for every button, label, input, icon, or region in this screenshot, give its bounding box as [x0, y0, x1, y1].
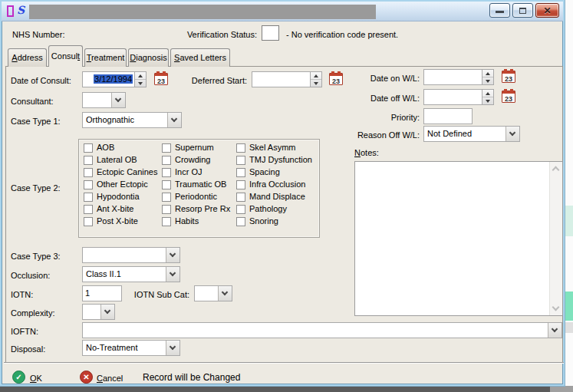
spinner-up-icon[interactable] [482, 70, 493, 77]
complexity-dropdown[interactable] [82, 304, 115, 320]
ioftn-dropdown[interactable] [82, 322, 562, 338]
reason-off-wl-dropdown[interactable]: Not Defined [423, 126, 520, 142]
screen: S ✕ NHS Number: Verification Status: - N… [0, 0, 573, 392]
dropdown-button[interactable] [505, 127, 519, 141]
close-button[interactable]: ✕ [535, 3, 559, 18]
checkbox-box[interactable] [84, 143, 93, 153]
checkbox-box[interactable] [84, 156, 93, 165]
dropdown-button[interactable] [166, 267, 179, 282]
scroll-up-icon[interactable] [552, 166, 560, 174]
checkbox-snoring[interactable]: Snoring [236, 216, 278, 226]
checkbox-box[interactable] [236, 156, 245, 165]
checkbox-box[interactable] [162, 143, 171, 153]
scroll-down-icon[interactable] [552, 304, 560, 311]
dropdown-button[interactable] [100, 305, 114, 319]
dropdown-button[interactable] [548, 323, 561, 338]
cancel-button[interactable]: ✕ [80, 371, 93, 384]
checkbox-ant-x-bite[interactable]: Ant X-bite [84, 204, 133, 214]
date-off-wl-calendar-icon[interactable]: 23 [502, 91, 515, 103]
checkbox-box[interactable] [84, 168, 93, 177]
case-type-3-dropdown[interactable] [82, 247, 180, 263]
checkbox-resorp-pre-rx[interactable]: Resorp Pre Rx [162, 204, 230, 214]
notes-scrollbar[interactable] [549, 162, 562, 315]
chevron-down-icon [222, 289, 228, 295]
tab-treatment[interactable]: Treatment [84, 48, 127, 67]
checkbox-box[interactable] [84, 205, 93, 214]
date-off-wl-spinner [482, 90, 493, 104]
maximize-button[interactable] [512, 3, 533, 18]
checkbox-box[interactable] [236, 180, 245, 189]
checkbox-hypodontia[interactable]: Hypodontia [84, 192, 140, 202]
date-of-consult-input[interactable]: 3/12/1994 [82, 71, 147, 87]
ok-button[interactable]: ✓ [12, 371, 25, 384]
dropdown-button[interactable] [111, 93, 125, 107]
occlusion-label: Occlusion: [11, 271, 50, 280]
checkbox-spacing[interactable]: Spacing [236, 167, 280, 177]
checkbox-box[interactable] [162, 193, 171, 202]
iotn-input[interactable]: 1 [82, 285, 122, 301]
checkbox-periodontic[interactable]: Periodontic [162, 192, 217, 202]
checkbox-infra-occlusion[interactable]: Infra Occlusion [236, 180, 305, 189]
checkbox-box[interactable] [84, 180, 93, 189]
checkbox-pathology[interactable]: Pathology [236, 204, 287, 214]
checkbox-aob[interactable]: AOB [84, 143, 114, 153]
ok-button-label[interactable]: OK [30, 374, 42, 383]
checkbox-ectopic-canines[interactable]: Ectopic Canines [84, 167, 158, 177]
minimize-button[interactable] [489, 3, 510, 18]
checkbox-box[interactable] [84, 193, 93, 202]
verification-status-input[interactable] [262, 25, 279, 41]
checkbox-box[interactable] [162, 205, 171, 214]
disposal-dropdown[interactable]: No-Treatment [82, 340, 180, 356]
checkbox-box[interactable] [162, 180, 171, 189]
checkbox-box[interactable] [236, 143, 245, 153]
tab-consult[interactable]: Consult [48, 45, 83, 67]
checkbox-box[interactable] [84, 217, 93, 226]
checkbox-supernum[interactable]: Supernum [162, 143, 214, 153]
tab-address[interactable]: Address [8, 48, 47, 67]
date-off-wl-input[interactable] [423, 89, 494, 105]
checkbox-post-x-bite[interactable]: Post X-bite [84, 216, 138, 226]
dropdown-button[interactable] [167, 113, 181, 127]
chevron-down-icon [170, 344, 176, 350]
tab-diagnosis[interactable]: Diagnosis [128, 48, 169, 67]
spinner-up-icon[interactable] [482, 90, 493, 97]
case-type-1-dropdown[interactable]: Orthognathic [82, 112, 182, 128]
checkbox-box[interactable] [162, 217, 171, 226]
dropdown-button[interactable] [166, 341, 179, 355]
checkbox-box[interactable] [236, 168, 245, 177]
checkbox-box[interactable] [162, 156, 171, 165]
notes-textarea[interactable] [354, 161, 563, 316]
consultant-dropdown[interactable] [82, 92, 126, 108]
checkbox-box[interactable] [236, 217, 245, 226]
checkbox-skel-asymm[interactable]: Skel Asymm [236, 143, 296, 153]
checkbox-mand-displace[interactable]: Mand Displace [236, 192, 305, 202]
chevron-down-icon [170, 251, 176, 257]
checkbox-box[interactable] [162, 168, 171, 177]
spinner-down-icon[interactable] [135, 79, 146, 87]
occlusion-dropdown[interactable]: Class II.1 [82, 266, 180, 282]
title-bar[interactable]: S ✕ [2, 2, 563, 21]
iotn-sub-cat-dropdown[interactable] [194, 285, 232, 301]
cancel-button-label[interactable]: Cancel [97, 374, 123, 383]
date-of-consult-calendar-icon[interactable]: 23 [154, 73, 168, 85]
checkbox-crowding[interactable]: Crowding [162, 155, 210, 165]
checkbox-box[interactable] [236, 205, 245, 214]
checkbox-habits[interactable]: Habits [162, 216, 199, 226]
dropdown-button[interactable] [218, 286, 232, 301]
spinner-down-icon[interactable] [482, 97, 493, 104]
date-on-wl-calendar-icon[interactable]: 23 [502, 71, 515, 83]
chevron-down-icon [509, 130, 515, 136]
spinner-down-icon[interactable] [482, 77, 493, 84]
checkbox-tmj-dysfunction[interactable]: TMJ Dysfunction [236, 155, 312, 165]
checkbox-box[interactable] [236, 193, 245, 202]
checkbox-incr-oj[interactable]: Incr OJ [162, 167, 202, 177]
minimize-icon [496, 11, 504, 13]
date-on-wl-input[interactable] [423, 69, 494, 85]
spinner-up-icon[interactable] [135, 72, 146, 79]
checkbox-lateral-ob[interactable]: Lateral OB [84, 155, 137, 165]
checkbox-traumatic-ob[interactable]: Traumatic OB [162, 180, 226, 189]
checkbox-other-ectopic[interactable]: Other Ectopic [84, 180, 148, 189]
dropdown-button[interactable] [166, 248, 179, 262]
tab-saved-letters[interactable]: Saved Letters [170, 48, 230, 67]
priority-input[interactable] [423, 108, 473, 124]
